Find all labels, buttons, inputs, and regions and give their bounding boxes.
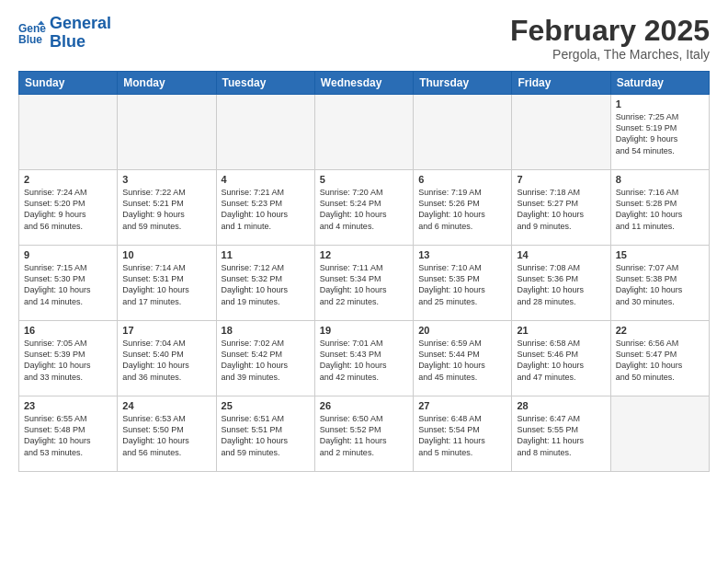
- header-tuesday: Tuesday: [216, 72, 314, 95]
- calendar-day-8: 2Sunrise: 7:24 AM Sunset: 5:20 PM Daylig…: [19, 170, 118, 246]
- day-info: Sunrise: 7:21 AM Sunset: 5:23 PM Dayligh…: [222, 187, 310, 232]
- day-info: Sunrise: 7:07 AM Sunset: 5:38 PM Dayligh…: [616, 262, 704, 307]
- day-info: Sunrise: 6:50 AM Sunset: 5:52 PM Dayligh…: [320, 413, 408, 458]
- logo-line1: General: [50, 15, 111, 33]
- day-info: Sunrise: 7:16 AM Sunset: 5:28 PM Dayligh…: [616, 187, 704, 232]
- logo-icon: General Blue: [18, 19, 46, 47]
- svg-text:Blue: Blue: [18, 32, 42, 45]
- day-info: Sunrise: 6:48 AM Sunset: 5:54 PM Dayligh…: [418, 413, 506, 458]
- day-info: Sunrise: 7:04 AM Sunset: 5:40 PM Dayligh…: [122, 338, 210, 383]
- calendar-day-16: 10Sunrise: 7:14 AM Sunset: 5:31 PM Dayli…: [118, 246, 216, 321]
- calendar-day-12: 6Sunrise: 7:19 AM Sunset: 5:26 PM Daylig…: [414, 170, 512, 246]
- header-wednesday: Wednesday: [314, 72, 413, 95]
- calendar-day-34: 28Sunrise: 6:47 AM Sunset: 5:55 PM Dayli…: [512, 396, 610, 472]
- calendar-day-25: 19Sunrise: 7:01 AM Sunset: 5:43 PM Dayli…: [314, 321, 413, 396]
- calendar-day-28: 22Sunrise: 6:56 AM Sunset: 5:47 PM Dayli…: [610, 321, 709, 396]
- day-number: 4: [222, 174, 310, 185]
- location-subtitle: Pergola, The Marches, Italy: [510, 47, 710, 62]
- day-number: 2: [24, 174, 112, 185]
- day-number: 24: [122, 400, 210, 411]
- day-number: 17: [122, 325, 210, 336]
- day-number: 19: [320, 325, 408, 336]
- day-number: 12: [320, 249, 408, 260]
- day-number: 1: [616, 98, 704, 109]
- calendar-day-27: 21Sunrise: 6:58 AM Sunset: 5:46 PM Dayli…: [512, 321, 610, 396]
- calendar-header-row: Sunday Monday Tuesday Wednesday Thursday…: [19, 72, 710, 95]
- day-number: 18: [222, 325, 310, 336]
- calendar-day-23: 17Sunrise: 7:04 AM Sunset: 5:40 PM Dayli…: [118, 321, 216, 396]
- day-number: 10: [122, 249, 210, 260]
- calendar-week-4: 16Sunrise: 7:05 AM Sunset: 5:39 PM Dayli…: [19, 321, 710, 396]
- calendar-table: Sunday Monday Tuesday Wednesday Thursday…: [18, 71, 710, 472]
- day-number: 20: [418, 325, 506, 336]
- day-info: Sunrise: 7:08 AM Sunset: 5:36 PM Dayligh…: [517, 262, 605, 307]
- calendar-week-2: 2Sunrise: 7:24 AM Sunset: 5:20 PM Daylig…: [19, 170, 710, 246]
- calendar-day-1: [19, 95, 118, 170]
- day-number: 7: [517, 174, 605, 185]
- calendar-day-31: 25Sunrise: 6:51 AM Sunset: 5:51 PM Dayli…: [216, 396, 314, 472]
- calendar-day-2: [118, 95, 216, 170]
- calendar-day-4: [314, 95, 413, 170]
- day-info: Sunrise: 7:15 AM Sunset: 5:30 PM Dayligh…: [24, 262, 112, 307]
- calendar-day-19: 13Sunrise: 7:10 AM Sunset: 5:35 PM Dayli…: [414, 246, 512, 321]
- calendar-day-10: 4Sunrise: 7:21 AM Sunset: 5:23 PM Daylig…: [216, 170, 314, 246]
- calendar-week-5: 23Sunrise: 6:55 AM Sunset: 5:48 PM Dayli…: [19, 396, 710, 472]
- calendar-day-17: 11Sunrise: 7:12 AM Sunset: 5:32 PM Dayli…: [216, 246, 314, 321]
- day-number: 28: [517, 400, 605, 411]
- day-info: Sunrise: 7:19 AM Sunset: 5:26 PM Dayligh…: [418, 187, 506, 232]
- logo-line2: Blue: [50, 33, 111, 52]
- day-number: 27: [418, 400, 506, 411]
- calendar-day-15: 9Sunrise: 7:15 AM Sunset: 5:30 PM Daylig…: [19, 246, 118, 321]
- day-info: Sunrise: 6:56 AM Sunset: 5:47 PM Dayligh…: [616, 338, 704, 383]
- calendar-day-22: 16Sunrise: 7:05 AM Sunset: 5:39 PM Dayli…: [19, 321, 118, 396]
- day-number: 21: [517, 325, 605, 336]
- calendar-week-1: 1Sunrise: 7:25 AM Sunset: 5:19 PM Daylig…: [19, 95, 710, 170]
- day-number: 22: [616, 325, 704, 336]
- day-number: 26: [320, 400, 408, 411]
- day-info: Sunrise: 6:53 AM Sunset: 5:50 PM Dayligh…: [122, 413, 210, 458]
- day-number: 25: [222, 400, 310, 411]
- day-number: 23: [24, 400, 112, 411]
- day-number: 6: [418, 174, 506, 185]
- header: General Blue General Blue February 2025 …: [18, 15, 710, 62]
- calendar-day-6: [512, 95, 610, 170]
- day-number: 16: [24, 325, 112, 336]
- title-section: February 2025 Pergola, The Marches, Ital…: [510, 15, 710, 62]
- calendar-day-7: 1Sunrise: 7:25 AM Sunset: 5:19 PM Daylig…: [610, 95, 709, 170]
- calendar-day-32: 26Sunrise: 6:50 AM Sunset: 5:52 PM Dayli…: [314, 396, 413, 472]
- day-info: Sunrise: 7:10 AM Sunset: 5:35 PM Dayligh…: [418, 262, 506, 307]
- day-info: Sunrise: 6:55 AM Sunset: 5:48 PM Dayligh…: [24, 413, 112, 458]
- calendar-day-20: 14Sunrise: 7:08 AM Sunset: 5:36 PM Dayli…: [512, 246, 610, 321]
- calendar-week-3: 9Sunrise: 7:15 AM Sunset: 5:30 PM Daylig…: [19, 246, 710, 321]
- calendar-day-5: [414, 95, 512, 170]
- page: General Blue General Blue February 2025 …: [0, 0, 728, 563]
- day-info: Sunrise: 7:20 AM Sunset: 5:24 PM Dayligh…: [320, 187, 408, 232]
- day-number: 15: [616, 249, 704, 260]
- day-info: Sunrise: 7:18 AM Sunset: 5:27 PM Dayligh…: [517, 187, 605, 232]
- calendar-day-11: 5Sunrise: 7:20 AM Sunset: 5:24 PM Daylig…: [314, 170, 413, 246]
- day-info: Sunrise: 7:12 AM Sunset: 5:32 PM Dayligh…: [222, 262, 310, 307]
- header-sunday: Sunday: [19, 72, 118, 95]
- calendar-day-24: 18Sunrise: 7:02 AM Sunset: 5:42 PM Dayli…: [216, 321, 314, 396]
- calendar-day-26: 20Sunrise: 6:59 AM Sunset: 5:44 PM Dayli…: [414, 321, 512, 396]
- calendar-day-35: [610, 396, 709, 472]
- calendar-day-9: 3Sunrise: 7:22 AM Sunset: 5:21 PM Daylig…: [118, 170, 216, 246]
- calendar-day-13: 7Sunrise: 7:18 AM Sunset: 5:27 PM Daylig…: [512, 170, 610, 246]
- day-info: Sunrise: 7:05 AM Sunset: 5:39 PM Dayligh…: [24, 338, 112, 383]
- header-saturday: Saturday: [610, 72, 709, 95]
- day-info: Sunrise: 7:22 AM Sunset: 5:21 PM Dayligh…: [122, 187, 210, 232]
- day-info: Sunrise: 6:59 AM Sunset: 5:44 PM Dayligh…: [418, 338, 506, 383]
- day-info: Sunrise: 7:24 AM Sunset: 5:20 PM Dayligh…: [24, 187, 112, 232]
- header-monday: Monday: [118, 72, 216, 95]
- day-info: Sunrise: 7:11 AM Sunset: 5:34 PM Dayligh…: [320, 262, 408, 307]
- day-number: 9: [24, 249, 112, 260]
- month-title: February 2025: [510, 15, 710, 47]
- day-info: Sunrise: 6:58 AM Sunset: 5:46 PM Dayligh…: [517, 338, 605, 383]
- day-info: Sunrise: 7:14 AM Sunset: 5:31 PM Dayligh…: [122, 262, 210, 307]
- day-info: Sunrise: 6:47 AM Sunset: 5:55 PM Dayligh…: [517, 413, 605, 458]
- header-friday: Friday: [512, 72, 610, 95]
- calendar-day-30: 24Sunrise: 6:53 AM Sunset: 5:50 PM Dayli…: [118, 396, 216, 472]
- day-number: 5: [320, 174, 408, 185]
- day-info: Sunrise: 6:51 AM Sunset: 5:51 PM Dayligh…: [222, 413, 310, 458]
- day-info: Sunrise: 7:25 AM Sunset: 5:19 PM Dayligh…: [616, 111, 704, 156]
